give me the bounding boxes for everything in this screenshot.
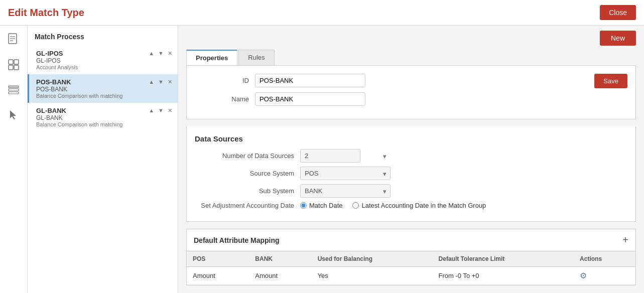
data-sources-title: Data Sources bbox=[195, 134, 627, 143]
radio-latest-date-input[interactable] bbox=[352, 202, 359, 209]
top-right-new-container: New bbox=[186, 31, 636, 46]
tabs-container: Properties Rules bbox=[186, 50, 636, 66]
radio-latest-date[interactable]: Latest Accounting Date in the Match Grou… bbox=[352, 202, 486, 209]
match-item-gl-bank[interactable]: ▲ ▼ ✕ GL-BANK GL-BANK Balance Comparison… bbox=[28, 103, 178, 131]
default-attribute-mapping-section: Default Attribute Mapping + POS BANK Use… bbox=[186, 229, 636, 285]
dam-table-body: Amount Amount Yes From -0 To +0 ⚙ bbox=[187, 267, 635, 285]
delete-icon[interactable]: ✕ bbox=[166, 78, 174, 86]
sub-system-select[interactable]: BANK bbox=[300, 184, 391, 198]
radio-match-date-input[interactable] bbox=[300, 202, 307, 209]
radio-match-date-label: Match Date bbox=[309, 202, 342, 209]
radio-options: Match Date Latest Accounting Date in the… bbox=[300, 202, 486, 209]
delete-icon[interactable]: ✕ bbox=[166, 107, 174, 114]
dam-col-bank: BANK bbox=[249, 251, 311, 267]
adjustment-date-row: Set Adjustment Accounting Date Match Dat… bbox=[195, 202, 627, 209]
move-down-icon[interactable]: ▼ bbox=[157, 78, 165, 86]
sub-system-row: Sub System BANK bbox=[195, 184, 627, 198]
dam-col-actions: Actions bbox=[574, 251, 635, 267]
match-item-gl-ipos-sub: GL-IPOS bbox=[36, 57, 171, 64]
match-item-pos-bank[interactable]: ▲ ▼ ✕ POS-BANK POS-BANK Balance Comparis… bbox=[28, 74, 178, 103]
move-up-icon[interactable]: ▲ bbox=[147, 78, 156, 86]
match-item-gl-ipos-desc: Account Analysis bbox=[36, 64, 171, 70]
dam-col-tolerance: Default Tolerance Limit bbox=[433, 251, 574, 267]
match-item-pos-bank-desc: Balance Comparison with matching bbox=[36, 93, 171, 99]
tab-properties[interactable]: Properties bbox=[186, 50, 237, 65]
move-down-icon[interactable]: ▼ bbox=[157, 50, 165, 57]
row-pos: Amount bbox=[187, 267, 249, 285]
table-row: Amount Amount Yes From -0 To +0 ⚙ bbox=[187, 267, 635, 285]
source-system-row: Source System POS bbox=[195, 167, 627, 180]
sub-system-select-wrapper: BANK bbox=[300, 184, 391, 198]
svg-rect-5 bbox=[14, 60, 19, 64]
cursor-arrow-icon[interactable] bbox=[5, 106, 23, 124]
svg-rect-9 bbox=[9, 89, 19, 91]
dam-col-pos: POS bbox=[187, 251, 249, 267]
source-system-select[interactable]: POS bbox=[300, 167, 391, 180]
num-sources-select[interactable]: 2 1 3 bbox=[300, 149, 360, 163]
name-input[interactable] bbox=[255, 92, 365, 106]
move-down-icon[interactable]: ▼ bbox=[157, 107, 165, 114]
content-area: New Properties Rules ID Name bbox=[178, 26, 644, 293]
match-item-pos-bank-sub: POS-BANK bbox=[36, 86, 171, 93]
source-system-select-wrapper: POS bbox=[300, 167, 391, 180]
num-sources-label: Number of Data Sources bbox=[195, 152, 300, 160]
close-button[interactable]: Close bbox=[600, 5, 636, 20]
dam-table-head: POS BANK Used for Balancing Default Tole… bbox=[187, 251, 635, 267]
name-label: Name bbox=[195, 95, 255, 103]
row-tolerance: From -0 To +0 bbox=[433, 267, 574, 285]
radio-match-date[interactable]: Match Date bbox=[300, 202, 342, 209]
match-item-gl-ipos[interactable]: ▲ ▼ ✕ GL-IPOS GL-IPOS Account Analysis bbox=[28, 46, 178, 74]
match-item-pos-bank-controls: ▲ ▼ ✕ bbox=[147, 78, 174, 86]
dam-header: Default Attribute Mapping + bbox=[187, 229, 635, 251]
list-icon[interactable] bbox=[5, 81, 23, 99]
match-item-gl-bank-sub: GL-BANK bbox=[36, 114, 171, 121]
svg-marker-11 bbox=[10, 110, 16, 119]
page-title: Edit Match Type bbox=[8, 7, 84, 19]
page-header: Edit Match Type Close bbox=[0, 0, 644, 26]
match-item-gl-bank-controls: ▲ ▼ ✕ bbox=[147, 107, 174, 114]
dam-table: POS BANK Used for Balancing Default Tole… bbox=[187, 251, 635, 285]
sidebar-icons bbox=[0, 26, 28, 293]
move-up-icon[interactable]: ▲ bbox=[147, 50, 156, 57]
add-mapping-button[interactable]: + bbox=[622, 234, 628, 246]
dam-title: Default Attribute Mapping bbox=[194, 236, 280, 244]
num-sources-select-wrapper: 2 1 3 bbox=[300, 149, 391, 163]
tab-rules[interactable]: Rules bbox=[238, 50, 274, 65]
name-field-row: Name bbox=[195, 92, 365, 106]
radio-latest-date-label: Latest Accounting Date in the Match Grou… bbox=[361, 202, 486, 209]
adjustment-date-label: Set Adjustment Accounting Date bbox=[195, 202, 300, 209]
id-field-row: ID bbox=[195, 74, 365, 87]
id-label: ID bbox=[195, 77, 255, 84]
svg-rect-10 bbox=[9, 92, 19, 94]
document-icon[interactable] bbox=[5, 31, 23, 49]
page-wrapper: Edit Match Type Close bbox=[0, 0, 644, 293]
row-actions: ⚙ bbox=[574, 267, 635, 285]
new-button[interactable]: New bbox=[600, 31, 636, 46]
match-item-gl-ipos-controls: ▲ ▼ ✕ bbox=[147, 50, 174, 57]
svg-rect-6 bbox=[9, 65, 13, 70]
source-system-label: Source System bbox=[195, 170, 300, 177]
main-layout: Match Process ▲ ▼ ✕ GL-IPOS GL-IPOS Acco… bbox=[0, 26, 644, 293]
row-bank: Amount bbox=[249, 267, 311, 285]
move-up-icon[interactable]: ▲ bbox=[147, 107, 156, 114]
properties-fields: ID Name bbox=[195, 74, 365, 111]
grid-icon[interactable] bbox=[5, 56, 23, 74]
gear-icon[interactable]: ⚙ bbox=[580, 271, 587, 280]
match-process-panel: Match Process ▲ ▼ ✕ GL-IPOS GL-IPOS Acco… bbox=[28, 26, 178, 293]
svg-rect-8 bbox=[9, 86, 19, 88]
sub-system-label: Sub System bbox=[195, 187, 300, 195]
data-sources-card: Data Sources Number of Data Sources 2 1 … bbox=[186, 126, 636, 222]
id-input[interactable] bbox=[255, 74, 365, 87]
save-button[interactable]: Save bbox=[594, 74, 627, 88]
match-item-gl-bank-desc: Balance Comparison with matching bbox=[36, 121, 171, 127]
dam-table-header-row: POS BANK Used for Balancing Default Tole… bbox=[187, 251, 635, 267]
svg-rect-4 bbox=[9, 60, 13, 64]
properties-card: ID Name Save bbox=[186, 66, 636, 119]
row-used-for-balancing: Yes bbox=[312, 267, 433, 285]
svg-rect-7 bbox=[14, 65, 19, 70]
dam-col-used-for-balancing: Used for Balancing bbox=[312, 251, 433, 267]
match-process-title: Match Process bbox=[28, 31, 178, 46]
delete-icon[interactable]: ✕ bbox=[166, 50, 174, 57]
num-sources-row: Number of Data Sources 2 1 3 bbox=[195, 149, 627, 163]
